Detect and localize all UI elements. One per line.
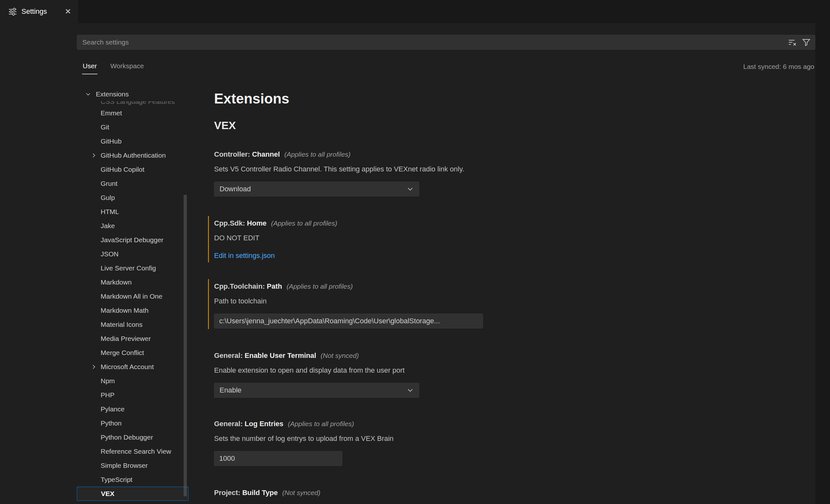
toc-item-media-previewer[interactable]: Media Previewer [77, 332, 188, 346]
setting-description: Sets the number of log entrys to upload … [214, 434, 759, 443]
setting-title: Controller:Channel(Applies to all profil… [214, 150, 759, 159]
setting-general-enable-user-terminal: General:Enable User Terminal(Not synced)… [214, 351, 759, 398]
chevron-right-icon [91, 153, 101, 158]
toc-item-simple-browser[interactable]: Simple Browser [77, 459, 188, 473]
toc-item-typescript[interactable]: TypeScript [77, 473, 188, 487]
toc-scrollbar-thumb[interactable] [184, 195, 187, 496]
toc-root-extensions[interactable]: Extensions [77, 87, 188, 101]
setting-cpp-toolchain-path: Cpp.Toolchain:Path(Applies to all profil… [214, 282, 759, 328]
toc-item-emmet[interactable]: Emmet [77, 106, 188, 120]
toc-item-vex[interactable]: VEX [77, 487, 188, 501]
section-title-vex: VEX [214, 119, 236, 132]
toc-item-grunt[interactable]: Grunt [77, 177, 188, 191]
edit-in-settings-json-link[interactable]: Edit in settings.json [214, 252, 275, 259]
setting-title: Cpp.Sdk:Home(Applies to all profiles) [214, 219, 759, 228]
toc-item-javascript-debugger[interactable]: JavaScript Debugger [77, 233, 188, 247]
setting-controller-channel: Controller:Channel(Applies to all profil… [214, 150, 759, 196]
toc-item-python[interactable]: Python [77, 416, 188, 430]
setting-link-row: Edit in settings.json [214, 251, 759, 260]
setting-description: Enable extension to open and display dat… [214, 366, 759, 375]
toc-item-python-debugger[interactable]: Python Debugger [77, 430, 188, 444]
search-actions [787, 37, 811, 47]
toc-item-npm[interactable]: Npm [77, 374, 188, 388]
chevron-down-icon [85, 91, 96, 97]
toc-item-live-server-config[interactable]: Live Server Config [77, 261, 188, 275]
toc-item-jake[interactable]: Jake [77, 219, 188, 233]
filter-funnel-icon[interactable] [801, 37, 811, 47]
toc-item-merge-conflict[interactable]: Merge Conflict [77, 346, 188, 360]
chevron-right-icon [91, 364, 101, 370]
toc-item-github-authentication[interactable]: GitHub Authentication [77, 148, 188, 162]
tab-user[interactable]: User [82, 60, 97, 74]
tab-workspace[interactable]: Workspace [109, 60, 145, 74]
toc-item-github[interactable]: GitHub [77, 134, 188, 148]
setting-title: General:Log Entries(Applies to all profi… [214, 419, 759, 429]
setting-project-build-type: Project:Build Type(Not synced) [214, 488, 759, 498]
toc-item-git[interactable]: Git [77, 120, 188, 134]
toc-item-json[interactable]: JSON [77, 247, 188, 261]
search-placeholder: Search settings [82, 38, 787, 46]
setting-description: Path to toolchain [214, 296, 759, 306]
toc-item-github-copilot[interactable]: GitHub Copilot [77, 162, 188, 177]
toc-item-microsoft-account[interactable]: Microsoft Account [77, 360, 188, 374]
close-icon[interactable]: ✕ [65, 8, 71, 15]
setting-cpp-sdk-home: Cpp.Sdk:Home(Applies to all profiles) DO… [214, 219, 759, 260]
dropdown-value: Download [220, 185, 251, 193]
setting-description: Sets V5 Controller Radio Channel. This s… [214, 164, 759, 174]
modified-indicator [208, 279, 209, 329]
toc-list: Emmet Git GitHub GitHub Authentication G… [77, 106, 188, 501]
toolchain-path-input[interactable]: c:\Users\jenna_juechter\AppData\Roaming\… [214, 314, 483, 328]
settings-tab[interactable]: Settings ✕ [0, 0, 78, 23]
tab-title: Settings [22, 7, 47, 16]
setting-title: Project:Build Type(Not synced) [214, 488, 759, 498]
chevron-down-icon [407, 186, 414, 193]
toc-item-php[interactable]: PHP [77, 388, 188, 402]
clear-filter-icon[interactable] [787, 37, 797, 47]
toc-item-markdown-math[interactable]: Markdown Math [77, 304, 188, 317]
toc-item-markdown[interactable]: Markdown [77, 275, 188, 289]
settings-sliders-icon [8, 7, 17, 16]
editor-scrollbar-gutter[interactable] [815, 23, 830, 504]
setting-title: General:Enable User Terminal(Not synced) [214, 351, 759, 360]
toc-item-markdown-all-in-one[interactable]: Markdown All in One [77, 289, 188, 304]
toc-item-reference-search-view[interactable]: Reference Search View [77, 444, 188, 459]
toc-item-material-icons[interactable]: Material Icons [77, 317, 188, 332]
toc-item-html[interactable]: HTML [77, 205, 188, 219]
setting-general-log-entries: General:Log Entries(Applies to all profi… [214, 419, 759, 466]
toc-item-pylance[interactable]: Pylance [77, 402, 188, 416]
setting-description: DO NOT EDIT [214, 233, 759, 243]
enable-user-terminal-dropdown[interactable]: Enable [214, 383, 419, 398]
toc-root-label: Extensions [96, 90, 129, 98]
settings-scope-tabs: User Workspace [82, 60, 145, 75]
page-title: Extensions [214, 91, 289, 107]
toc-item-gulp[interactable]: Gulp [77, 191, 188, 205]
setting-title: Cpp.Toolchain:Path(Applies to all profil… [214, 282, 759, 291]
dropdown-value: Enable [220, 386, 242, 395]
editor-tab-bar: Settings ✕ [0, 0, 830, 23]
chevron-down-icon [407, 387, 414, 394]
last-synced-status: Last synced: 6 mos ago [743, 63, 814, 70]
settings-search-input[interactable]: Search settings [77, 35, 815, 50]
controller-channel-dropdown[interactable]: Download [214, 182, 419, 196]
log-entries-input[interactable]: 1000 [214, 451, 342, 466]
modified-indicator [208, 216, 209, 262]
